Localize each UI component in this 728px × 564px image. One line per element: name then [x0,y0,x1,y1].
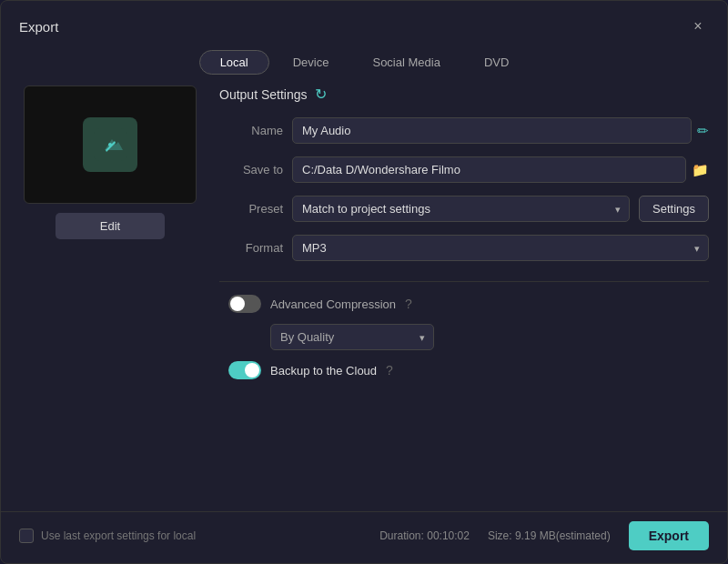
export-button[interactable]: Export [629,521,709,550]
advanced-compression-help-icon[interactable]: ? [405,297,412,311]
preset-select[interactable]: Match to project settings Custom [292,196,630,222]
format-select[interactable]: MP3 AAC WAV FLAC OGG [292,235,709,261]
duration-info: Duration: 00:10:02 [379,529,470,542]
advanced-compression-row: Advanced Compression ? [219,295,709,313]
tab-bar: Local Device Social Media DVD [1,46,727,86]
refresh-icon[interactable]: ↻ [315,86,327,103]
format-row: Format MP3 AAC WAV FLAC OGG ▾ [219,235,709,261]
backup-cloud-toggle[interactable] [228,361,261,379]
settings-header: Output Settings ↻ [219,86,709,103]
backup-cloud-label: Backup to the Cloud [270,364,377,378]
quality-select-wrapper: By Quality By Bitrate ▾ [270,324,434,350]
preset-label: Preset [219,202,283,216]
name-row: Name ✏ [219,117,709,144]
tab-dvd[interactable]: DVD [464,50,529,75]
title-bar: Export × [1,1,727,46]
tab-local[interactable]: Local [199,50,269,75]
preview-icon [83,117,137,172]
save-path-input[interactable] [292,156,686,183]
settings-button[interactable]: Settings [639,196,709,222]
close-button[interactable]: × [687,15,709,37]
export-dialog: Export × Local Device Social Media DVD [0,0,728,564]
size-info: Size: 9.19 MB(estimated) [488,529,611,542]
ai-icon[interactable]: ✏ [697,123,709,139]
advanced-compression-toggle[interactable] [228,295,261,313]
save-to-row: Save to 📁 [219,156,709,183]
footer-left: Use last export settings for local [19,529,196,543]
save-to-label: Save to [219,163,283,176]
advanced-compression-label: Advanced Compression [270,297,396,311]
preset-select-wrapper: Match to project settings Custom ▾ [292,196,630,222]
preview-box [24,86,197,204]
quality-row: By Quality By Bitrate ▾ [219,324,709,350]
name-label: Name [219,124,283,137]
dialog-title: Export [19,19,58,35]
preset-row: Preset Match to project settings Custom … [219,196,709,222]
preview-panel: Edit [19,86,201,502]
folder-icon[interactable]: 📁 [692,162,709,178]
format-label: Format [219,241,283,255]
divider [219,281,709,282]
content-area: Edit Output Settings ↻ Name ✏ Save to [1,86,727,511]
tab-social-media[interactable]: Social Media [352,50,460,75]
footer-right: Duration: 00:10:02 Size: 9.19 MB(estimat… [379,521,709,550]
settings-header-label: Output Settings [219,87,308,102]
settings-panel: Output Settings ↻ Name ✏ Save to 📁 [219,86,709,502]
edit-button[interactable]: Edit [56,213,165,239]
name-input-group: ✏ [292,117,709,144]
tab-device[interactable]: Device [273,50,349,75]
name-input[interactable] [292,117,692,144]
last-settings-checkbox[interactable] [19,529,34,543]
save-path-group: 📁 [292,156,709,183]
footer: Use last export settings for local Durat… [1,511,727,563]
quality-select[interactable]: By Quality By Bitrate [270,324,434,350]
format-select-wrapper: MP3 AAC WAV FLAC OGG ▾ [292,235,709,261]
backup-cloud-row: Backup to the Cloud ? [219,361,709,379]
backup-cloud-help-icon[interactable]: ? [386,363,393,378]
last-settings-label: Use last export settings for local [41,529,196,542]
